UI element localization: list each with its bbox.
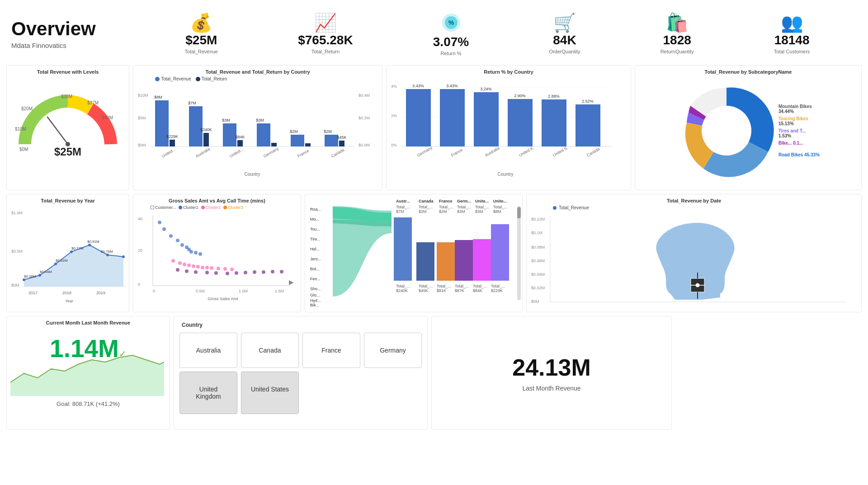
svg-text:Tou...: Tou...: [310, 227, 320, 231]
svg-text:Gross Sales Amt: Gross Sales Amt: [208, 297, 238, 301]
svg-rect-175: [455, 240, 473, 281]
svg-point-106: [162, 227, 166, 231]
svg-point-120: [196, 265, 200, 268]
svg-text:Canada: Canada: [330, 147, 345, 158]
last-month-section: 24.13M Last Month Revenue: [431, 316, 672, 430]
svg-text:3.43%: 3.43%: [412, 84, 424, 88]
revenue-date-title: Total_Revenue by Date: [530, 198, 858, 203]
svg-text:$40M: $40M: [102, 115, 113, 120]
svg-text:Canada: Canada: [419, 199, 434, 203]
svg-text:$229K: $229K: [491, 288, 503, 293]
svg-text:United...: United...: [229, 147, 244, 158]
svg-text:2018: 2018: [62, 291, 71, 295]
svg-text:Sho...: Sho...: [310, 287, 321, 291]
svg-point-105: [158, 221, 161, 224]
svg-text:France: France: [439, 199, 453, 203]
svg-text:Country: Country: [244, 172, 260, 177]
svg-point-109: [180, 243, 184, 247]
svg-text:$37M: $37M: [87, 100, 99, 105]
svg-point-136: [262, 270, 265, 274]
current-month-title: Current Month Last Month Revenue: [10, 320, 166, 325]
kpi-strip: 💰 $25M Total_Revenue 📈 $765.28K Total_Re…: [131, 5, 863, 63]
svg-text:Total_...: Total_...: [455, 284, 469, 288]
bar-germany: [406, 89, 431, 146]
country-btn-france[interactable]: France: [302, 333, 360, 368]
svg-text:$0.2M: $0.2M: [359, 116, 370, 120]
svg-text:France: France: [297, 148, 310, 159]
svg-text:$0M: $0M: [19, 147, 28, 152]
return-pct-title: Return % by Country: [390, 69, 627, 75]
svg-text:United S.: United S.: [552, 146, 569, 158]
svg-text:Glo...: Glo...: [310, 293, 320, 297]
svg-text:2%: 2%: [391, 113, 397, 118]
current-month-value: 1.14M: [50, 334, 119, 363]
bar-us-revenue: [155, 100, 169, 146]
svg-point-129: [194, 270, 198, 274]
svg-text:$25M: $25M: [54, 146, 81, 158]
svg-rect-54: [440, 89, 465, 146]
current-month-section: Current Month Last Month Revenue 1.14M✓ …: [6, 316, 170, 430]
svg-text:$2M: $2M: [290, 129, 298, 134]
svg-text:$2M: $2M: [324, 129, 332, 134]
svg-text:3.24%: 3.24%: [480, 87, 492, 91]
svg-text:France: France: [450, 147, 463, 158]
svg-text:$84K: $84K: [473, 288, 482, 293]
svg-text:Unite...: Unite...: [475, 199, 489, 203]
svg-text:40: 40: [138, 217, 142, 221]
svg-rect-56: [474, 92, 499, 146]
country-btn-germany[interactable]: Germany: [364, 333, 422, 368]
svg-text:Tire...: Tire...: [310, 237, 321, 241]
svg-point-82: [88, 244, 91, 246]
svg-text:%: %: [448, 19, 454, 26]
svg-rect-21: [189, 106, 203, 146]
kpi-return-pct: % 3.07% Return %: [433, 12, 469, 56]
svg-text:$0.76M: $0.76M: [101, 250, 113, 254]
svg-text:Germany: Germany: [416, 145, 433, 157]
svg-text:$0.62M: $0.62M: [56, 259, 68, 263]
svg-text:2017: 2017: [28, 291, 38, 295]
svg-rect-176: [473, 239, 491, 281]
revenue-year-title: Total_Revenue by Year: [10, 198, 125, 203]
header-title-section: Overview Mdata Finnovatics: [5, 5, 131, 63]
svg-point-116: [178, 261, 182, 265]
svg-text:Hyd...: Hyd...: [310, 298, 321, 303]
svg-text:Austr...: Austr...: [396, 199, 410, 203]
kpi-return-pct-label: Return %: [441, 51, 462, 56]
kpi-order-label: OrderQuantity: [549, 49, 580, 54]
svg-rect-174: [437, 242, 455, 281]
svg-text:$0.0M: $0.0M: [359, 143, 370, 147]
svg-text:Jers...: Jers...: [310, 257, 321, 261]
svg-text:$0.02M: $0.02M: [531, 286, 545, 290]
svg-text:Total_...: Total_...: [396, 205, 410, 209]
current-month-goal: Goal: 808.71K (+41.2%): [57, 400, 120, 407]
country-btn-uk[interactable]: United Kingdom: [179, 372, 237, 414]
country-btn-canada[interactable]: Canada: [241, 333, 299, 368]
svg-text:$8M: $8M: [154, 95, 162, 99]
svg-point-112: [189, 250, 193, 254]
svg-point-128: [185, 269, 189, 273]
revenue-date-section: Total_Revenue by Date Total_Revenue $0.1…: [526, 194, 862, 312]
svg-rect-36: [339, 141, 344, 146]
svg-point-117: [183, 263, 186, 266]
kpi-customers: 👥 18148 Total Customers: [774, 14, 810, 54]
svg-point-122: [205, 266, 209, 269]
country-btn-australia[interactable]: Australia: [179, 333, 237, 368]
revenue-return-chart: $10M $5M $0M $0.4M $0.2M $0.0M $8M $229K…: [137, 83, 377, 178]
svg-text:Total_...: Total_...: [437, 284, 451, 288]
svg-point-134: [244, 271, 247, 274]
svg-text:Canada: Canada: [586, 146, 600, 157]
svg-text:$3M: $3M: [256, 118, 264, 122]
svg-rect-30: [271, 143, 277, 146]
revenue-year-chart: $1.0M $0.5M $0M $0.38M $0.44M $0.62M $0.…: [10, 205, 128, 305]
svg-text:Total_...: Total_...: [419, 284, 433, 288]
svg-text:0.5M: 0.5M: [196, 289, 205, 293]
svg-text:Roa...: Roa...: [310, 207, 321, 212]
bottom-right-padding: [675, 316, 866, 430]
svg-text:$87K: $87K: [455, 288, 464, 293]
svg-point-115: [171, 259, 175, 263]
svg-rect-32: [291, 135, 304, 146]
svg-text:$7M: $7M: [396, 209, 404, 214]
svg-text:$0M: $0M: [531, 299, 539, 304]
svg-rect-173: [416, 242, 434, 281]
country-btn-us[interactable]: United States: [241, 372, 299, 414]
